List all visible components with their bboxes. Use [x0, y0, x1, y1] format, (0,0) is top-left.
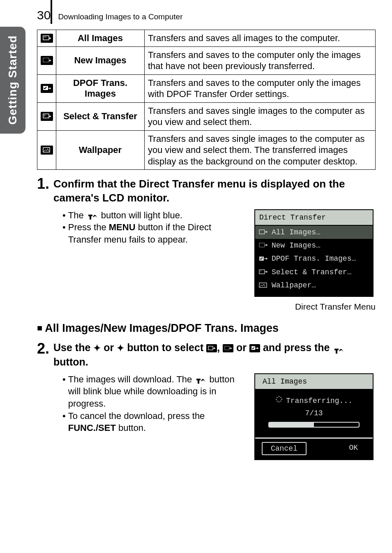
svg-rect-5 — [259, 230, 265, 234]
lcd-menu-item: Select & Transfer… — [255, 266, 373, 279]
page-header: 30 Downloading Images to a Computer — [37, 8, 376, 22]
lcd-item-label: Wallpaper… — [272, 280, 316, 290]
text: button. — [116, 423, 146, 433]
lcd-transfer-screen: All Images Transferring... 7/13 Cancel O… — [254, 373, 374, 460]
text: button will light blue. — [101, 210, 182, 220]
print-share-icon — [194, 376, 207, 384]
table-row: All Images Transfers and saves all image… — [37, 30, 376, 47]
progress-count: 7/13 — [260, 408, 368, 418]
page-title: Downloading Images to a Computer — [58, 12, 182, 21]
ok-button[interactable]: OK — [341, 442, 366, 455]
section-heading: ■All Images/New Images/DPOF Trans. Image… — [37, 322, 376, 335]
svg-rect-0 — [43, 36, 49, 40]
new-images-icon — [41, 56, 53, 65]
func-set-label: FUNC./SET — [68, 423, 116, 433]
text: or — [101, 342, 117, 353]
dpof-icon — [41, 84, 53, 93]
text: The — [68, 210, 86, 220]
new-images-icon — [223, 344, 233, 352]
lcd-item-label: DPOF Trans. Images… — [272, 254, 356, 264]
lcd-menu-item: All Images… — [255, 226, 373, 239]
page-number: 30 — [37, 8, 51, 22]
option-label: All Images — [56, 30, 145, 47]
text: button. — [53, 356, 88, 368]
lcd-menu-item: New Images… — [255, 239, 373, 252]
svg-rect-6 — [259, 243, 265, 247]
print-share-icon — [332, 345, 345, 352]
text: or — [233, 342, 249, 353]
menu-button-label: MENU — [109, 222, 136, 232]
busy-icon — [275, 396, 283, 406]
text: Use the — [53, 342, 93, 353]
step-1: 1. Confirm that the Direct Transfer menu… — [37, 176, 376, 205]
option-desc: Transfers and saves single images to the… — [145, 102, 376, 130]
lcd-item-label: New Images… — [272, 241, 321, 250]
progress-bar — [268, 422, 360, 428]
text: Press the — [68, 222, 109, 232]
lcd-menu-item: DPOF Trans. Images… — [255, 252, 373, 265]
down-arrow-icon: ✦ — [117, 343, 124, 353]
option-desc: Transfers and saves all images to the co… — [145, 30, 376, 47]
lcd-caption: Direct Transfer Menu — [254, 301, 376, 312]
svg-rect-8 — [259, 270, 265, 274]
wallpaper-icon — [258, 282, 268, 289]
option-label: New Images — [56, 46, 145, 74]
step-number: 1. — [37, 176, 49, 205]
option-label: Select & Transfer — [56, 102, 145, 130]
step-title: Use the ✦ or ✦ button to select , or and… — [53, 340, 376, 369]
all-images-icon — [206, 344, 217, 352]
table-row: Select & Transfer Transfers and saves si… — [37, 102, 376, 130]
up-arrow-icon: ✦ — [93, 343, 101, 353]
all-images-icon — [258, 229, 268, 236]
step-2: 2. Use the ✦ or ✦ button to select , or … — [37, 340, 376, 369]
new-images-icon — [258, 242, 268, 249]
sidebar-label: Getting Started — [6, 35, 19, 125]
table-row: DPOF Trans.Images Transfers and saves to… — [37, 74, 376, 102]
all-images-icon — [41, 34, 53, 43]
print-share-icon — [86, 212, 99, 220]
svg-line-21 — [280, 397, 281, 398]
lcd-direct-transfer: Direct Transfer All Images… New Images… … — [254, 209, 374, 297]
text: and press the — [260, 342, 332, 353]
option-desc: Transfers and saves single images to the… — [145, 130, 376, 170]
option-label: DPOF Trans.Images — [56, 74, 145, 102]
svg-line-19 — [280, 401, 281, 402]
lcd-title: Direct Transfer — [255, 210, 373, 226]
svg-rect-11 — [225, 346, 229, 350]
option-label: Wallpaper — [56, 130, 145, 170]
svg-line-18 — [277, 397, 277, 398]
option-desc: Transfers and saves to the computer only… — [145, 46, 376, 74]
options-table: All Images Transfers and saves all image… — [37, 30, 376, 170]
step1-bullets: • The button will light blue. • Press th… — [62, 209, 246, 313]
dpof-icon — [258, 256, 268, 262]
svg-line-20 — [277, 401, 277, 402]
select-transfer-icon — [258, 269, 268, 275]
select-transfer-icon — [41, 112, 53, 121]
text: The images will download. The — [68, 374, 195, 384]
sidebar-tab: Getting Started — [0, 27, 25, 134]
step-title: Confirm that the Direct Transfer menu is… — [53, 177, 376, 205]
text: To cancel the download, press the — [68, 411, 205, 421]
dpof-icon — [249, 344, 260, 352]
svg-rect-4 — [43, 148, 50, 152]
lcd-transfer-title: All Images — [263, 377, 307, 386]
text: , — [217, 342, 223, 353]
table-row: New Images Transfers and saves to the co… — [37, 46, 376, 74]
section-heading-text: All Images/New Images/DPOF Trans. Images — [45, 322, 279, 334]
table-row: Wallpaper Transfers and saves single ima… — [37, 130, 376, 170]
cancel-button[interactable]: Cancel — [262, 442, 307, 455]
svg-rect-1 — [43, 58, 49, 62]
text: button to select — [124, 342, 206, 353]
wallpaper-icon — [41, 146, 53, 155]
step2-bullets: • The images will download. The button w… — [62, 373, 246, 460]
svg-rect-10 — [208, 346, 213, 350]
step-number: 2. — [37, 341, 49, 369]
option-desc: Transfers and saves to the computer only… — [145, 74, 376, 102]
lcd-item-label: All Images… — [272, 227, 321, 237]
transferring-label: Transferring... — [286, 396, 353, 406]
lcd-menu-item: Wallpaper… — [255, 279, 373, 292]
lcd-item-label: Select & Transfer… — [272, 267, 351, 277]
